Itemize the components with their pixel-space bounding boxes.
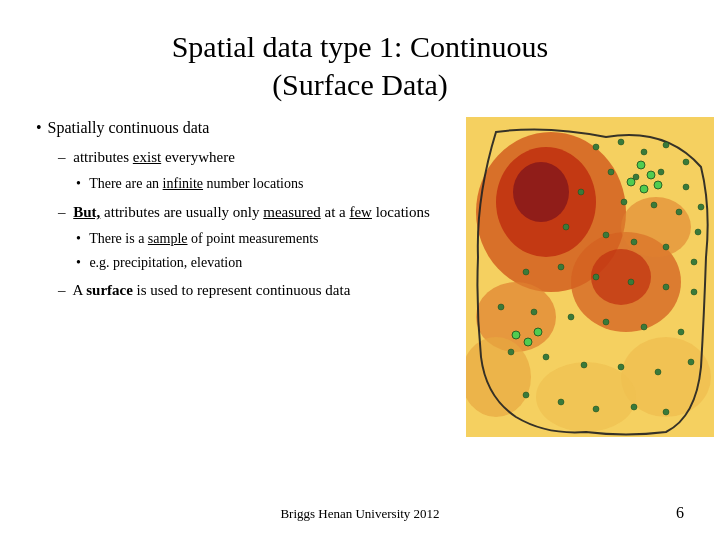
bullet-1-text: Spatially continuous data: [48, 117, 210, 139]
sub-bullet-2: – But, attributes are usually only measu…: [58, 202, 456, 223]
svg-point-21: [578, 189, 584, 195]
map-svg: [466, 117, 714, 437]
few-text: few: [349, 204, 372, 220]
svg-point-30: [691, 259, 697, 265]
measured-text: measured: [263, 204, 320, 220]
sub2-at: at a: [324, 204, 349, 220]
svg-point-51: [593, 406, 599, 412]
bullet-1: • Spatially continuous data: [36, 117, 456, 139]
svg-point-56: [627, 178, 635, 186]
content-area: • Spatially continuous data – attributes…: [36, 117, 684, 437]
svg-point-25: [695, 229, 701, 235]
map-visualization: [466, 117, 714, 437]
sub-bullet-1: – attributes exist everywhere: [58, 147, 456, 168]
sub2-locations: locations: [376, 204, 430, 220]
bullet-symbol: •: [36, 117, 42, 139]
svg-point-42: [678, 329, 684, 335]
svg-point-19: [683, 184, 689, 190]
surface-text: surface: [86, 282, 133, 298]
svg-point-48: [688, 359, 694, 365]
sub-sub-bullet-1: • There are an infinite number locations: [76, 174, 456, 194]
sub-sub-bullet-3: • e.g. precipitation, elevation: [76, 253, 456, 273]
slide-title: Spatial data type 1: Continuous (Surface…: [36, 28, 684, 103]
sub2-middle: attributes are usually only: [104, 204, 263, 220]
svg-point-36: [691, 289, 697, 295]
svg-point-40: [603, 319, 609, 325]
svg-point-49: [523, 392, 529, 398]
svg-point-13: [641, 149, 647, 155]
svg-point-29: [663, 244, 669, 250]
slide: Spatial data type 1: Continuous (Surface…: [0, 0, 720, 540]
svg-point-57: [640, 185, 648, 193]
svg-point-43: [508, 349, 514, 355]
sub3-suffix: is used to represent continuous data: [137, 282, 351, 298]
svg-point-60: [524, 338, 532, 346]
svg-point-50: [558, 399, 564, 405]
svg-point-46: [618, 364, 624, 370]
svg-point-45: [581, 362, 587, 368]
dot-3: •: [76, 255, 81, 270]
svg-point-54: [637, 161, 645, 169]
svg-point-47: [655, 369, 661, 375]
image-column: [456, 117, 714, 437]
sub-sub-3-text: e.g. precipitation, elevation: [89, 255, 242, 270]
svg-point-35: [663, 284, 669, 290]
svg-point-28: [631, 239, 637, 245]
sub-bullet-2-text: But, attributes are usually only measure…: [73, 204, 430, 220]
dash-1: –: [58, 149, 66, 165]
svg-point-22: [621, 199, 627, 205]
svg-point-16: [608, 169, 614, 175]
page-number: 6: [676, 504, 684, 522]
svg-point-59: [512, 331, 520, 339]
svg-point-52: [631, 404, 637, 410]
dash-3: –: [58, 282, 66, 298]
sub-sub-bullet-2: • There is a sample of point measurement…: [76, 229, 456, 249]
sub-bullet-3: – A surface is used to represent continu…: [58, 280, 456, 301]
sub-bullet-3-text: A surface is used to represent continuou…: [72, 282, 350, 298]
svg-point-23: [651, 202, 657, 208]
svg-point-5: [591, 249, 651, 305]
svg-point-3: [513, 162, 569, 222]
svg-point-9: [536, 362, 636, 432]
svg-point-44: [543, 354, 549, 360]
dash-2: –: [58, 204, 66, 220]
attribution: Briggs Henan University 2012: [280, 506, 439, 522]
svg-point-61: [534, 328, 542, 336]
svg-point-32: [558, 264, 564, 270]
svg-point-20: [698, 204, 704, 210]
svg-point-53: [663, 409, 669, 415]
sub-bullet-1-text: attributes exist everywhere: [73, 149, 235, 165]
sub3-a: A: [72, 282, 86, 298]
svg-point-18: [658, 169, 664, 175]
svg-point-27: [603, 232, 609, 238]
dot-2: •: [76, 231, 81, 246]
title-line1: Spatial data type 1: Continuous: [36, 28, 684, 66]
svg-point-33: [593, 274, 599, 280]
dot-1: •: [76, 176, 81, 191]
svg-point-55: [647, 171, 655, 179]
svg-point-37: [498, 304, 504, 310]
svg-point-11: [593, 144, 599, 150]
text-column: • Spatially continuous data – attributes…: [36, 117, 456, 437]
svg-point-41: [641, 324, 647, 330]
svg-point-24: [676, 209, 682, 215]
svg-point-26: [563, 224, 569, 230]
svg-point-58: [654, 181, 662, 189]
svg-point-14: [663, 142, 669, 148]
svg-point-15: [683, 159, 689, 165]
sub-sub-2-text: There is a sample of point measurements: [89, 231, 318, 246]
svg-point-12: [618, 139, 624, 145]
title-line2: (Surface Data): [36, 66, 684, 104]
sub-sub-1-text: There are an infinite number locations: [89, 176, 303, 191]
but-text: But,: [73, 204, 100, 220]
svg-point-34: [628, 279, 634, 285]
svg-point-39: [568, 314, 574, 320]
svg-point-38: [531, 309, 537, 315]
svg-point-31: [523, 269, 529, 275]
